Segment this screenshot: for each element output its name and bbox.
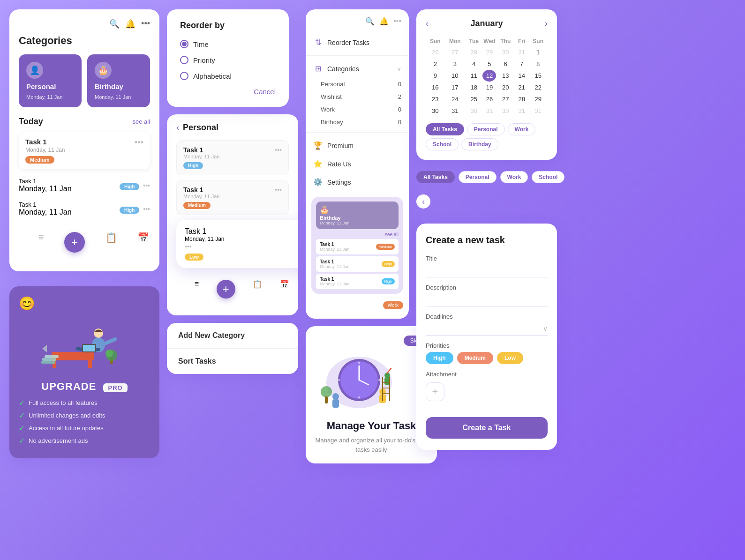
- fab-button[interactable]: +: [64, 232, 85, 253]
- premium-item[interactable]: 🏆 Premium: [306, 136, 409, 155]
- calendar-icon[interactable]: 📅: [137, 232, 149, 253]
- deadlines-row[interactable]: ∨: [426, 322, 548, 336]
- attachment-btn[interactable]: +: [426, 382, 444, 401]
- task-3-dots[interactable]: •••: [143, 205, 150, 213]
- cal-day[interactable]: 28: [515, 93, 528, 105]
- priority-medium-btn[interactable]: Medium: [457, 352, 493, 364]
- tab-school[interactable]: School: [426, 138, 459, 150]
- p-task-1-dots[interactable]: •••: [275, 146, 282, 159]
- settings-item[interactable]: ⚙️ Settings: [306, 173, 409, 191]
- p-task-2-dots[interactable]: •••: [275, 186, 282, 199]
- cal-day[interactable]: 8: [528, 58, 548, 70]
- cal-day[interactable]: 6: [496, 58, 515, 70]
- task-row-3[interactable]: Task 1 Monday, 11 Jan High •••: [19, 197, 150, 220]
- tab-personal[interactable]: Personal: [467, 123, 505, 135]
- search-icon[interactable]: 🔍: [109, 19, 120, 29]
- menu-dots[interactable]: •••: [393, 17, 401, 26]
- tab2-school[interactable]: School: [532, 171, 564, 183]
- cat-wishlist-row[interactable]: Wishlist 2: [313, 90, 409, 103]
- task-icon-personal[interactable]: 📋: [253, 280, 262, 299]
- bell-icon[interactable]: 🔔: [125, 19, 135, 29]
- radio-priority[interactable]: Priority: [180, 56, 276, 64]
- cal-day[interactable]: 31: [445, 105, 466, 117]
- cal-prev-btn[interactable]: ‹: [426, 19, 429, 29]
- personal-task-1[interactable]: Task 1 Monday, 11 Jan ••• High: [176, 140, 289, 175]
- see-all-preview[interactable]: see all: [316, 232, 399, 237]
- cal-day[interactable]: 20: [496, 82, 515, 93]
- menu-bell-icon[interactable]: 🔔: [379, 17, 389, 26]
- radio-time[interactable]: Time: [180, 40, 276, 48]
- cal-day[interactable]: 10: [445, 70, 466, 82]
- cal-day[interactable]: 21: [515, 82, 528, 93]
- cal-day[interactable]: 15: [528, 70, 548, 82]
- float-task-dots[interactable]: •••: [185, 243, 192, 250]
- cat-work-row[interactable]: Work 0: [313, 103, 409, 116]
- task-card-1[interactable]: Task 1 Monday, 11 Jan ••• Medium: [19, 132, 150, 169]
- task-1-dots[interactable]: •••: [135, 138, 143, 148]
- reorder-tasks-item[interactable]: ⇅ Reorder Tasks: [306, 33, 409, 52]
- cal-day[interactable]: 26: [482, 93, 496, 105]
- cal-day[interactable]: 27: [445, 46, 466, 58]
- task-row-2[interactable]: Task 1 Monday, 11 Jan High •••: [19, 174, 150, 197]
- category-birthday[interactable]: 🎂 Birthday Monday, 11 Jan: [87, 54, 150, 107]
- task-2-dots[interactable]: •••: [143, 182, 150, 189]
- cat-birthday-row[interactable]: Birthday 0: [313, 116, 409, 128]
- tab2-all[interactable]: All Tasks: [416, 171, 455, 183]
- priority-low-btn[interactable]: Low: [497, 352, 523, 364]
- cal-day[interactable]: 2: [426, 58, 445, 70]
- cal-day[interactable]: 28: [465, 46, 482, 58]
- cal-day[interactable]: 31: [515, 105, 528, 117]
- dots-menu[interactable]: •••: [141, 19, 150, 29]
- menu-search-icon[interactable]: 🔍: [365, 17, 375, 26]
- menu-icon-personal[interactable]: ≡: [195, 280, 199, 299]
- cal-next-btn[interactable]: ›: [545, 19, 548, 29]
- cal-day[interactable]: 7: [515, 58, 528, 70]
- cal-day[interactable]: 23: [426, 93, 445, 105]
- cal-day[interactable]: 11: [465, 70, 482, 82]
- tab2-work[interactable]: Work: [500, 171, 528, 183]
- tasks-icon[interactable]: 📋: [105, 232, 117, 253]
- cal-day[interactable]: 30: [465, 105, 482, 117]
- cal-day[interactable]: 22: [528, 82, 548, 93]
- radio-alphabetical[interactable]: Alphabetical: [180, 72, 276, 80]
- personal-fab[interactable]: +: [217, 280, 235, 299]
- personal-task-2[interactable]: Task 1 Monday, 11 Jan ••• Medium: [176, 180, 289, 215]
- tab-work[interactable]: Work: [508, 123, 536, 135]
- desc-input[interactable]: [426, 293, 548, 306]
- see-all-link[interactable]: see all: [132, 118, 150, 125]
- menu-icon[interactable]: ≡: [38, 232, 44, 253]
- cal-day[interactable]: 5: [482, 58, 496, 70]
- cal-day[interactable]: 30: [496, 105, 515, 117]
- cal-day[interactable]: 31: [528, 105, 548, 117]
- create-task-button[interactable]: Create a Task: [426, 417, 548, 439]
- cal-day[interactable]: 24: [445, 93, 466, 105]
- title-input[interactable]: [426, 264, 548, 277]
- cal-day[interactable]: 30: [496, 46, 515, 58]
- cal-day[interactable]: 18: [465, 82, 482, 93]
- cal-day[interactable]: 29: [528, 93, 548, 105]
- cancel-link[interactable]: Cancel: [180, 88, 276, 96]
- back-arrow[interactable]: ‹: [176, 123, 179, 133]
- category-personal[interactable]: 👤 Personal Monday, 11 Jan: [19, 54, 82, 107]
- cal-day[interactable]: 4: [465, 58, 482, 70]
- cal-day[interactable]: 12: [482, 70, 496, 82]
- cal-day[interactable]: 1: [528, 46, 548, 58]
- priority-high-btn[interactable]: High: [426, 352, 453, 364]
- tab2-personal[interactable]: Personal: [459, 171, 497, 183]
- cal-day[interactable]: 14: [515, 70, 528, 82]
- sort-tasks-btn[interactable]: Sort Tasks: [167, 349, 298, 374]
- back-chevron-btn[interactable]: ‹: [416, 194, 430, 209]
- cal-day[interactable]: 16: [426, 82, 445, 93]
- cal-day[interactable]: 17: [445, 82, 466, 93]
- add-new-category-btn[interactable]: Add New Category: [167, 323, 298, 349]
- cal-day[interactable]: 26: [426, 46, 445, 58]
- cal-icon-personal[interactable]: 📅: [280, 280, 289, 299]
- cal-day[interactable]: 27: [496, 93, 515, 105]
- cal-day[interactable]: 29: [482, 46, 496, 58]
- tab-all-tasks[interactable]: All Tasks: [426, 123, 464, 135]
- tab-birthday[interactable]: Birthday: [461, 138, 498, 150]
- cal-day[interactable]: 9: [426, 70, 445, 82]
- cal-day[interactable]: 19: [482, 82, 496, 93]
- cal-day[interactable]: 3: [445, 58, 466, 70]
- rate-us-item[interactable]: ⭐ Rate Us: [306, 155, 409, 173]
